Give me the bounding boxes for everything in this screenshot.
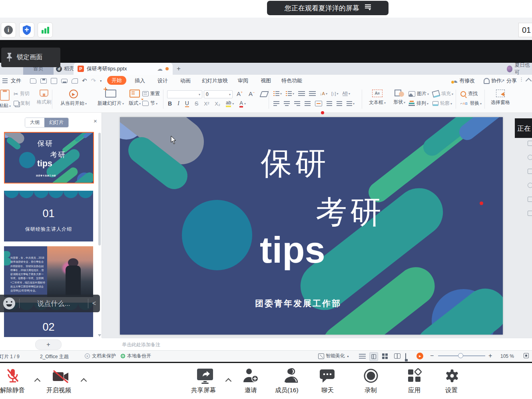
main-menu-icon[interactable] [2, 78, 8, 83]
share-button[interactable]: ↗ 分享 [500, 75, 517, 86]
bullets-button[interactable]: ▾ [273, 91, 282, 96]
qat-more-icon[interactable]: ▾ [100, 79, 102, 83]
ribbon-tab-review[interactable]: 审阅 [238, 77, 248, 84]
right-sidebar-icons[interactable] [528, 141, 532, 216]
outline-tab[interactable]: 大纲 [25, 118, 44, 128]
members-label[interactable]: 成员(16) [275, 386, 299, 395]
slide-title-line2[interactable]: 考研 [316, 192, 385, 233]
export-pdf-icon[interactable] [51, 78, 57, 84]
cloud-sync-icon[interactable]: ☁ [157, 66, 163, 72]
bold-button[interactable]: B [168, 100, 172, 107]
chat-label[interactable]: 聊天 [321, 386, 334, 395]
unmute-label[interactable]: 解除静音 [0, 386, 25, 395]
text-direction-button[interactable]: ↓A▾ [320, 91, 327, 96]
apps-label[interactable]: 应用 [408, 386, 420, 395]
font-color-button[interactable]: A▾ [239, 100, 246, 108]
view-normal-button[interactable] [369, 352, 378, 361]
sidebar-icon-6[interactable] [528, 211, 532, 216]
zoom-out-button[interactable]: − [430, 352, 434, 359]
section-button[interactable]: 节▾ [142, 100, 157, 107]
record-icon[interactable] [363, 368, 379, 384]
mic-muted-icon[interactable] [6, 368, 20, 385]
ribbon-tab-slideshow[interactable]: 幻灯片放映 [202, 77, 228, 84]
lock-screen-tooltip[interactable]: 锁定画面 [1, 48, 60, 67]
invite-icon[interactable] [242, 368, 259, 384]
menu-file[interactable]: 文件 [11, 77, 21, 84]
save-icon[interactable] [40, 78, 47, 84]
panel-scrollbar[interactable] [98, 133, 101, 245]
sidebar-icon-3[interactable] [528, 169, 532, 174]
justify-button[interactable] [305, 101, 311, 106]
chat-icon[interactable] [319, 369, 336, 384]
undo-icon[interactable]: ↶ [82, 77, 87, 84]
watching-banner[interactable]: 您正在观看夏洋洋的屏幕 [267, 1, 389, 15]
increase-font-button[interactable]: A+ [237, 90, 243, 97]
superscript-button[interactable]: X² [204, 101, 209, 107]
print-icon[interactable] [61, 79, 68, 83]
font-family-combo[interactable]: ▾ [167, 90, 202, 98]
doc-tab[interactable]: P 保研考研tips.pptx ☁ [74, 63, 173, 75]
arrange-button[interactable]: 排列▾ [408, 100, 428, 107]
slide-thumbnail-3[interactable]: 刘亚蕾，女，中共党员，2018级市场营销专业，曾任学生会外联部部长、营销策划协会… [4, 246, 93, 297]
reset-button[interactable]: 重置 [142, 90, 160, 97]
textbox-button[interactable]: A≡ 文本框▾ [366, 90, 389, 106]
slides-tab[interactable]: 幻灯片 [44, 118, 68, 128]
layout-button[interactable]: 版式▾ [126, 90, 144, 107]
settings-label[interactable]: 设置 [445, 386, 458, 395]
subscript-button[interactable]: X₂ [215, 101, 220, 107]
slide-title-line1[interactable]: 保研 [261, 143, 329, 185]
invite-label[interactable]: 邀请 [245, 386, 257, 395]
play-from-current-button[interactable]: ▶ 从当前开始▾ [56, 90, 91, 107]
decrease-font-button[interactable]: A− [249, 90, 255, 97]
new-tab-button[interactable]: + [175, 64, 183, 74]
slide-canvas[interactable]: 保研 考研 tips 团委青年发展工作部 [120, 117, 503, 335]
record-label[interactable]: 录制 [365, 386, 377, 395]
members-icon[interactable] [282, 368, 299, 384]
find-button[interactable]: 查找 [460, 90, 478, 97]
cut-button[interactable]: ✂ 剪切 [14, 90, 30, 97]
view-slideshow-icon[interactable] [405, 353, 406, 361]
line-spacing-button[interactable]: [↕]▾ [331, 91, 339, 96]
ribbon-tab-start[interactable]: 开始 [107, 76, 126, 85]
distribute-button[interactable] [315, 101, 322, 106]
ribbon-tab-insert[interactable]: 插入 [135, 77, 145, 84]
ribbon-tab-view[interactable]: 视图 [261, 77, 271, 84]
slide-thumbnail-1[interactable]: 保研 考研 tips 团委青年发展工作部 [4, 132, 94, 184]
slide-title-line3[interactable]: tips [260, 229, 325, 271]
banner-menu-icon[interactable] [365, 4, 371, 12]
row-spacing-down-button[interactable] [337, 101, 342, 106]
zoom-level[interactable]: 105 % [500, 353, 514, 359]
sidebar-icon-4[interactable] [528, 183, 532, 188]
highlight-button[interactable]: ab▾ [226, 100, 234, 107]
fit-screen-icon[interactable] [524, 353, 529, 358]
row-spacing-up-button[interactable] [327, 101, 332, 106]
zoom-slider-knob[interactable] [458, 353, 463, 358]
backup-status[interactable]: 本地备份开 [121, 353, 151, 359]
ribbon-tab-features[interactable]: 特色功能 [281, 77, 302, 84]
play-slideshow-button[interactable]: ▶ [416, 353, 423, 359]
preview-icon[interactable] [72, 78, 78, 84]
panel-scroll-down-icon[interactable] [98, 334, 101, 338]
picture-button[interactable]: 图片▾ [408, 90, 429, 97]
align-center-button[interactable] [284, 101, 290, 106]
new-slide-button[interactable]: 新建幻灯片▾ [94, 90, 128, 107]
info-button[interactable]: i [1, 22, 16, 38]
sidebar-icon-5[interactable] [528, 197, 532, 202]
outline-button[interactable]: 轮廓▾ [432, 100, 452, 107]
smart-beautify-button[interactable]: 智能美化 ▲ [318, 353, 349, 359]
user-account[interactable]: 夏日也可 [507, 64, 532, 74]
align-right-button[interactable] [294, 101, 300, 106]
modified-status[interactable]: ☁ 有修改 [452, 75, 475, 86]
decrease-indent-button[interactable] [298, 91, 305, 96]
protect-button[interactable] [19, 22, 34, 38]
panel-close-button[interactable]: × [94, 118, 97, 124]
fill-button[interactable]: 填充▾ [432, 90, 453, 97]
redo-icon[interactable]: ↷ [91, 77, 96, 84]
char-spacing-button[interactable]: AB▾ [343, 91, 350, 96]
apps-icon[interactable] [407, 368, 422, 383]
emoji-icon[interactable] [3, 297, 15, 309]
add-slide-button[interactable]: + [35, 339, 62, 350]
selection-pane-button[interactable]: 选择窗格 [488, 90, 512, 106]
strike-button[interactable]: S [195, 100, 198, 107]
view-sorter-icon[interactable] [382, 353, 388, 359]
